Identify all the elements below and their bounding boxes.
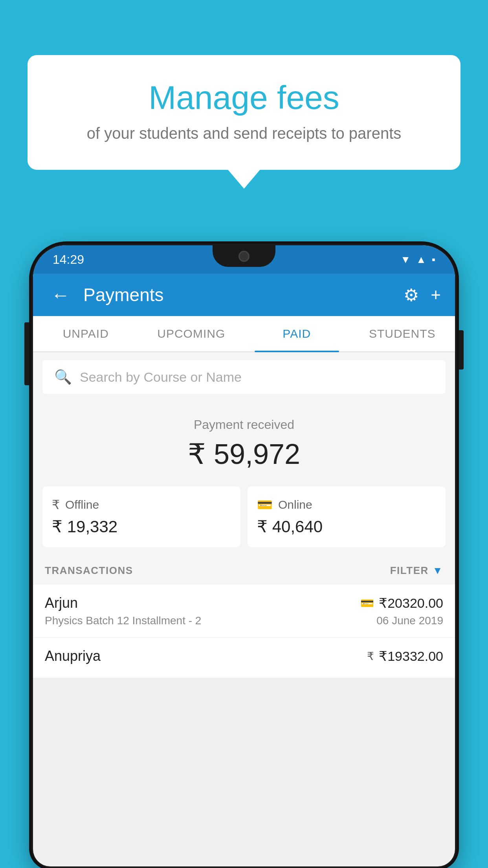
bubble-subtitle: of your students and send receipts to pa… (59, 125, 429, 142)
wifi-icon: ▼ (400, 254, 411, 266)
battery-icon: ▪ (432, 254, 435, 266)
transaction-top: Anupriya ₹ ₹19332.00 (45, 648, 443, 664)
filter-button[interactable]: FILTER ▼ (390, 565, 443, 577)
transactions-label: TRANSACTIONS (45, 565, 133, 577)
tab-students[interactable]: STUDENTS (350, 316, 455, 351)
online-label: Online (278, 498, 312, 511)
front-camera (238, 251, 250, 262)
content-area: 🔍 Search by Course or Name Payment recei… (33, 352, 455, 678)
bubble-title: Manage fees (59, 79, 429, 117)
payment-mode-icon-offline: ₹ (367, 650, 374, 663)
transaction-name: Anupriya (45, 648, 101, 664)
settings-icon[interactable]: ⚙ (404, 285, 419, 305)
tab-upcoming[interactable]: UPCOMING (139, 316, 244, 351)
phone-frame: 14:29 ▼ ▲ ▪ ← Payments ⚙ + UNPAID UPCOMI… (31, 244, 457, 868)
transaction-amount-value: ₹19332.00 (379, 648, 443, 664)
payment-mode-icon-online: 💳 (360, 597, 374, 610)
transactions-header: TRANSACTIONS FILTER ▼ (33, 557, 455, 585)
status-icons: ▼ ▲ ▪ (400, 254, 435, 266)
transaction-amount-value: ₹20320.00 (379, 595, 443, 611)
transaction-bottom: Physics Batch 12 Installment - 2 06 June… (45, 614, 443, 627)
transaction-name: Arjun (45, 595, 78, 611)
signal-icon: ▲ (416, 254, 426, 266)
add-icon[interactable]: + (431, 285, 441, 305)
online-icon: 💳 (257, 497, 273, 512)
tab-unpaid[interactable]: UNPAID (33, 316, 139, 351)
tab-paid[interactable]: PAID (244, 316, 350, 351)
tabs: UNPAID UPCOMING PAID STUDENTS (33, 316, 455, 352)
offline-label: Offline (65, 498, 99, 511)
payment-received-label: Payment received (41, 417, 447, 432)
payment-cards: ₹ Offline ₹ 19,332 💳 Online ₹ 40,640 (42, 486, 446, 547)
speech-bubble: Manage fees of your students and send re… (28, 55, 460, 170)
transaction-amount: ₹ ₹19332.00 (367, 648, 443, 664)
app-bar: ← Payments ⚙ + (33, 274, 455, 316)
transaction-row[interactable]: Anupriya ₹ ₹19332.00 (33, 638, 455, 678)
online-amount: ₹ 40,640 (257, 517, 436, 536)
payment-summary: Payment received ₹ 59,972 (33, 402, 455, 482)
transaction-top: Arjun 💳 ₹20320.00 (45, 595, 443, 611)
search-bar[interactable]: 🔍 Search by Course or Name (42, 360, 446, 394)
transaction-date: 06 June 2019 (376, 614, 443, 627)
filter-icon: ▼ (433, 565, 443, 577)
status-time: 14:29 (53, 252, 84, 267)
transaction-course: Physics Batch 12 Installment - 2 (45, 614, 201, 627)
offline-icon: ₹ (52, 497, 60, 512)
back-button[interactable]: ← (47, 280, 74, 310)
filter-label: FILTER (390, 565, 429, 577)
phone-inner: 14:29 ▼ ▲ ▪ ← Payments ⚙ + UNPAID UPCOMI… (33, 245, 455, 866)
online-card: 💳 Online ₹ 40,640 (248, 486, 446, 547)
payment-total-amount: ₹ 59,972 (41, 438, 447, 471)
transaction-row[interactable]: Arjun 💳 ₹20320.00 Physics Batch 12 Insta… (33, 585, 455, 638)
app-bar-icons: ⚙ + (404, 285, 441, 305)
notch (213, 245, 275, 267)
app-bar-title: Payments (83, 284, 394, 305)
transaction-amount: 💳 ₹20320.00 (360, 595, 443, 611)
offline-card-header: ₹ Offline (52, 497, 231, 512)
search-input[interactable]: Search by Course or Name (80, 370, 242, 385)
search-icon: 🔍 (54, 369, 72, 385)
offline-card: ₹ Offline ₹ 19,332 (42, 486, 240, 547)
speech-bubble-wrapper: Manage fees of your students and send re… (28, 55, 460, 170)
online-card-header: 💳 Online (257, 497, 436, 512)
offline-amount: ₹ 19,332 (52, 517, 231, 536)
